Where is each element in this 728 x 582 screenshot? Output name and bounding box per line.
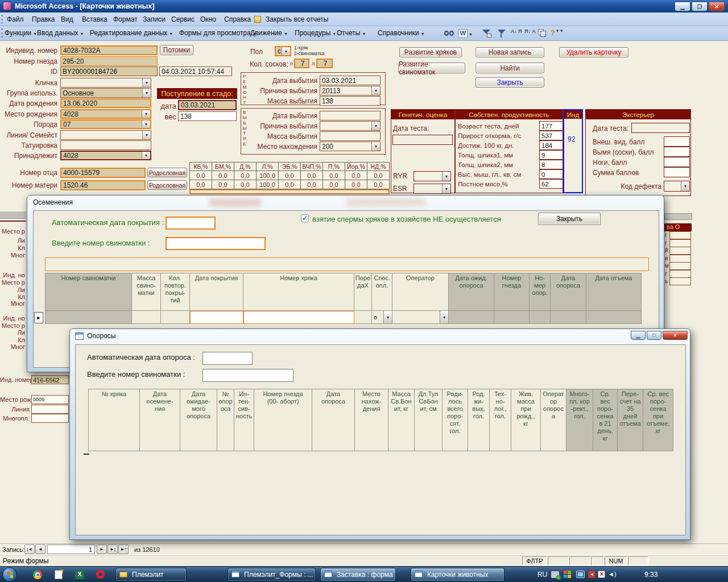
- teats-right-field[interactable]: 7: [316, 59, 333, 68]
- filter-icon[interactable]: [497, 30, 506, 38]
- delete-card-button[interactable]: Удалить карточку: [559, 47, 628, 57]
- defect-code-dropdown[interactable]: ▼: [664, 181, 690, 192]
- first-record-button[interactable]: |◄: [24, 544, 35, 554]
- arrival-date-field[interactable]: 03.03.2021: [178, 100, 237, 110]
- no-semen-checkbox[interactable]: ✓: [301, 214, 309, 222]
- menu-item-close-reports[interactable]: Закрыть все отчеты: [263, 14, 330, 24]
- close-form-button[interactable]: Закрыть: [475, 77, 544, 88]
- vybytie-row-field[interactable]: [320, 111, 380, 120]
- field-6[interactable]: 13.06.2020: [60, 98, 151, 108]
- sort-asc-icon[interactable]: А↓ Я: [511, 29, 522, 34]
- opera-icon[interactable]: [96, 570, 105, 579]
- chevron-down-icon[interactable]: ▼: [142, 110, 150, 118]
- toolbar-overflow-icon[interactable]: ▾ ▾: [556, 29, 563, 33]
- properties-icon[interactable]: [538, 29, 547, 38]
- chevron-down-icon[interactable]: ▼: [142, 78, 151, 87]
- field-7[interactable]: 4028▼: [60, 109, 151, 119]
- menu-item-3[interactable]: Вид: [59, 14, 76, 24]
- toolbar-menu-5[interactable]: Движение▼: [250, 29, 288, 37]
- auto-cover-date-input[interactable]: [166, 217, 216, 230]
- close-button[interactable]: ✕: [663, 331, 688, 340]
- muted-speaker-tray-icon[interactable]: ◄: [588, 571, 595, 578]
- toolbar-menu-7[interactable]: Отчеты▼: [337, 29, 366, 37]
- remont-row-field[interactable]: 03.03.2021: [320, 76, 380, 85]
- language-indicator[interactable]: RU: [537, 571, 547, 579]
- new-row-cell[interactable]: [190, 311, 243, 324]
- exterior-score-field[interactable]: [664, 147, 690, 157]
- task-button-2[interactable]: Племэлит_Формы : ...: [228, 568, 316, 581]
- field-3[interactable]: BY200000184726: [60, 66, 158, 76]
- toolbar-menu-1[interactable]: Функции▼: [5, 29, 37, 37]
- boar-development-button[interactable]: Развитие хряков: [399, 47, 462, 57]
- field-9[interactable]: ▼: [60, 130, 151, 140]
- new-row-cell[interactable]: ▼: [392, 311, 449, 324]
- chevron-down-icon[interactable]: ▼: [440, 311, 448, 323]
- new-row-cell[interactable]: [132, 311, 161, 324]
- excel-icon[interactable]: X: [75, 570, 84, 579]
- toolbar-menu-2[interactable]: Ввод данных▼: [37, 29, 84, 37]
- new-record-button[interactable]: Новая запись: [475, 47, 544, 57]
- chevron-down-icon[interactable]: ▼: [371, 122, 380, 130]
- new-row-cell[interactable]: [161, 311, 190, 324]
- chevron-down-icon[interactable]: ▼: [142, 120, 150, 128]
- arrival-weight-field[interactable]: 138: [178, 111, 237, 121]
- field-5[interactable]: Основное▼: [60, 88, 151, 98]
- last-record-button[interactable]: ►|: [107, 544, 118, 554]
- remont-row-field[interactable]: 138: [320, 96, 380, 106]
- chevron-down-icon[interactable]: ▼: [371, 86, 380, 95]
- new-row-cell[interactable]: [45, 311, 132, 324]
- chevron-down-icon[interactable]: ▼: [681, 181, 689, 191]
- prev-record-button[interactable]: ◄: [35, 544, 46, 554]
- marker-ryr-dropdown[interactable]: ▼: [413, 171, 451, 181]
- new-row-cell[interactable]: [354, 311, 372, 324]
- vybytie-row-field[interactable]: 200▼: [320, 142, 380, 151]
- genetics-test-date-field[interactable]: [392, 135, 453, 145]
- chevron-down-icon[interactable]: ▼: [282, 47, 290, 55]
- field-4[interactable]: ▼: [60, 78, 151, 88]
- chevron-down-icon[interactable]: ▼: [383, 311, 392, 323]
- row-selector[interactable]: ►: [34, 312, 43, 323]
- field-8[interactable]: 07▼: [60, 119, 151, 129]
- help-icon[interactable]: ?: [551, 28, 555, 37]
- find-icon[interactable]: [444, 30, 455, 38]
- exterior-score-field[interactable]: [664, 167, 690, 177]
- word-publish-icon[interactable]: W: [458, 29, 468, 38]
- auto-farrow-date-input[interactable]: [202, 352, 253, 365]
- new-record-nav-button[interactable]: ►*: [118, 544, 129, 554]
- update-tray-icon[interactable]: [564, 571, 572, 579]
- new-row-cell[interactable]: [551, 311, 586, 324]
- chrome-icon[interactable]: [33, 570, 42, 579]
- toolbar-menu-4[interactable]: Формы для просмотра▼: [179, 29, 257, 37]
- menu-item-9[interactable]: Справка: [222, 14, 253, 24]
- restore-button[interactable]: ❐: [692, 2, 708, 11]
- chevron-down-icon[interactable]: ▼: [442, 172, 450, 181]
- new-row-cell[interactable]: [449, 311, 494, 324]
- task-button-3[interactable]: Заставка : форма: [320, 568, 396, 581]
- menu-item-7[interactable]: Сервис: [169, 14, 197, 24]
- dialog-close-button[interactable]: Закрыть: [538, 213, 601, 225]
- sex-dropdown[interactable]: с▼: [275, 46, 291, 56]
- remont-row-field[interactable]: 20113▼: [320, 86, 380, 95]
- father-number-field[interactable]: 4000-15579: [60, 168, 146, 178]
- exterior-score-field[interactable]: [664, 157, 690, 167]
- sow-number-input[interactable]: [166, 237, 266, 250]
- menu-item-6[interactable]: Записи: [140, 14, 168, 24]
- field-10[interactable]: [60, 140, 151, 150]
- network-tray-icon[interactable]: [576, 571, 585, 578]
- start-button[interactable]: [2, 567, 17, 582]
- minimize-button[interactable]: ▁: [675, 2, 690, 11]
- current-record-input[interactable]: 1: [47, 544, 95, 554]
- maximize-button[interactable]: □: [647, 331, 661, 340]
- speaker-tray-icon[interactable]: ◄): [608, 571, 617, 577]
- toolbar-menu-3[interactable]: Редактирование данных▼: [90, 29, 173, 37]
- usb-tray-icon[interactable]: ✓: [551, 571, 559, 578]
- filter-by-form-icon[interactable]: [482, 30, 491, 38]
- vybytie-row-field[interactable]: [320, 131, 380, 141]
- close-button[interactable]: ✕: [709, 2, 725, 11]
- chevron-down-icon[interactable]: ▼: [442, 184, 450, 193]
- pedigree-button[interactable]: Родословная: [147, 168, 187, 177]
- task-button-4[interactable]: Карточки животных: [411, 568, 504, 581]
- notepad-icon[interactable]: [55, 570, 63, 579]
- calendar-tray-icon[interactable]: ✕: [598, 571, 605, 578]
- field-1[interactable]: 4028-7032A: [60, 45, 158, 55]
